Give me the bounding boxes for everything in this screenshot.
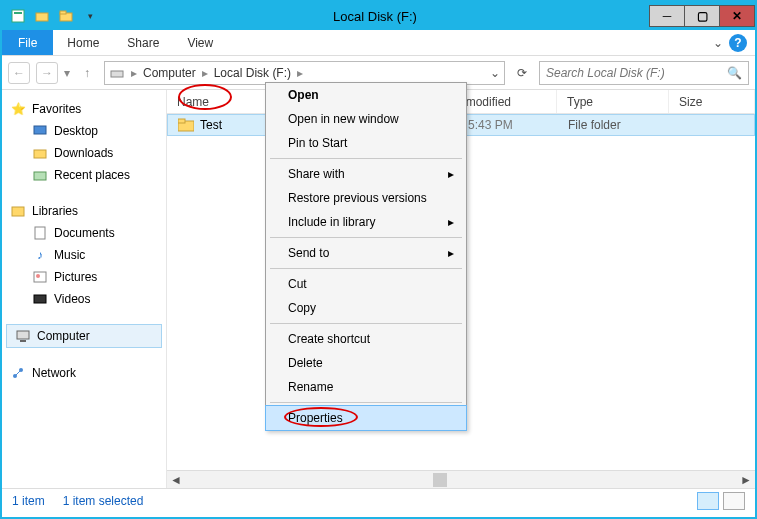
nav-documents[interactable]: Documents — [6, 222, 162, 244]
star-icon: ⭐ — [10, 101, 26, 117]
ribbon-tabs: File Home Share View ⌄ ? — [2, 30, 755, 56]
window-controls: ─ ▢ ✕ — [650, 5, 755, 27]
close-button[interactable]: ✕ — [719, 5, 755, 27]
status-item-count: 1 item — [12, 494, 45, 508]
search-box[interactable]: 🔍 — [539, 61, 749, 85]
svg-point-12 — [36, 274, 40, 278]
horizontal-scrollbar[interactable]: ◄ ► — [167, 470, 755, 488]
submenu-arrow-icon: ▸ — [448, 167, 454, 181]
cm-send-to[interactable]: Send to▸ — [266, 241, 466, 265]
svg-rect-7 — [34, 150, 46, 158]
svg-rect-5 — [111, 71, 123, 77]
scroll-track[interactable] — [185, 473, 737, 487]
cm-create-shortcut[interactable]: Create shortcut — [266, 327, 466, 351]
cm-rename[interactable]: Rename — [266, 375, 466, 399]
svg-rect-20 — [178, 119, 185, 123]
file-menu[interactable]: File — [2, 30, 53, 55]
desktop-icon — [32, 123, 48, 139]
help-icon[interactable]: ? — [729, 34, 747, 52]
nav-pane: ⭐Favorites Desktop Downloads Recent plac… — [2, 90, 167, 488]
back-button[interactable]: ← — [8, 62, 30, 84]
file-type: File folder — [558, 118, 670, 132]
cm-share-with[interactable]: Share with▸ — [266, 162, 466, 186]
submenu-arrow-icon: ▸ — [448, 246, 454, 260]
nav-downloads[interactable]: Downloads — [6, 142, 162, 164]
svg-rect-1 — [14, 12, 22, 14]
cm-cut[interactable]: Cut — [266, 272, 466, 296]
libraries-icon — [10, 203, 26, 219]
qat-dropdown-icon[interactable]: ▾ — [80, 6, 100, 26]
cm-open[interactable]: Open — [266, 83, 466, 107]
cm-separator — [270, 237, 462, 238]
context-menu: Open Open in new window Pin to Start Sha… — [265, 82, 467, 431]
svg-rect-8 — [34, 172, 46, 180]
address-dropdown-icon[interactable]: ⌄ — [490, 66, 500, 80]
svg-rect-11 — [34, 272, 46, 282]
cm-delete[interactable]: Delete — [266, 351, 466, 375]
ribbon-expand-icon[interactable]: ⌄ — [713, 36, 723, 50]
svg-line-18 — [16, 371, 20, 375]
chevron-right-icon[interactable]: ▸ — [131, 66, 137, 80]
breadcrumb-drive[interactable]: Local Disk (F:) — [214, 66, 291, 80]
nav-libraries[interactable]: Libraries — [6, 200, 162, 222]
status-bar: 1 item 1 item selected — [2, 488, 755, 512]
cm-properties[interactable]: Properties — [265, 405, 467, 431]
cm-separator — [270, 268, 462, 269]
status-selected-count: 1 item selected — [63, 494, 144, 508]
maximize-button[interactable]: ▢ — [684, 5, 720, 27]
properties-icon[interactable] — [8, 6, 28, 26]
svg-rect-13 — [34, 295, 46, 303]
search-input[interactable] — [546, 66, 727, 80]
svg-rect-4 — [60, 11, 66, 14]
chevron-right-icon[interactable]: ▸ — [202, 66, 208, 80]
view-icons-button[interactable] — [723, 492, 745, 510]
cm-restore-versions[interactable]: Restore previous versions — [266, 186, 466, 210]
scroll-right-icon[interactable]: ► — [737, 473, 755, 487]
svg-rect-10 — [35, 227, 45, 239]
view-details-button[interactable] — [697, 492, 719, 510]
nav-videos[interactable]: Videos — [6, 288, 162, 310]
forward-button[interactable]: → — [36, 62, 58, 84]
nav-recent[interactable]: Recent places — [6, 164, 162, 186]
recent-icon — [32, 167, 48, 183]
submenu-arrow-icon: ▸ — [448, 215, 454, 229]
scroll-left-icon[interactable]: ◄ — [167, 473, 185, 487]
scroll-thumb[interactable] — [433, 473, 447, 487]
cm-copy[interactable]: Copy — [266, 296, 466, 320]
cm-include-library[interactable]: Include in library▸ — [266, 210, 466, 234]
minimize-button[interactable]: ─ — [649, 5, 685, 27]
tab-view[interactable]: View — [173, 30, 227, 55]
nav-favorites[interactable]: ⭐Favorites — [6, 98, 162, 120]
svg-rect-14 — [17, 331, 29, 339]
svg-rect-15 — [20, 340, 26, 342]
nav-desktop[interactable]: Desktop — [6, 120, 162, 142]
history-dropdown-icon[interactable]: ▾ — [64, 66, 70, 80]
network-icon — [10, 365, 26, 381]
chevron-right-icon[interactable]: ▸ — [297, 66, 303, 80]
nav-network[interactable]: Network — [6, 362, 162, 384]
search-icon[interactable]: 🔍 — [727, 66, 742, 80]
music-icon: ♪ — [32, 247, 48, 263]
refresh-button[interactable]: ⟳ — [511, 62, 533, 84]
drive-icon — [109, 65, 125, 81]
folder-icon — [178, 117, 194, 133]
new-folder-icon[interactable] — [32, 6, 52, 26]
nav-music[interactable]: ♪Music — [6, 244, 162, 266]
nav-pictures[interactable]: Pictures — [6, 266, 162, 288]
cm-separator — [270, 402, 462, 403]
cm-pin-to-start[interactable]: Pin to Start — [266, 131, 466, 155]
open-folder-icon[interactable] — [56, 6, 76, 26]
cm-open-new-window[interactable]: Open in new window — [266, 107, 466, 131]
col-type[interactable]: Type — [557, 90, 669, 113]
breadcrumb-computer[interactable]: Computer — [143, 66, 196, 80]
quick-access-toolbar: ▾ — [2, 6, 100, 26]
nav-computer[interactable]: Computer — [6, 324, 162, 348]
up-button[interactable]: ↑ — [76, 62, 98, 84]
tab-share[interactable]: Share — [113, 30, 173, 55]
col-size[interactable]: Size — [669, 90, 755, 113]
tab-home[interactable]: Home — [53, 30, 113, 55]
titlebar: ▾ Local Disk (F:) ─ ▢ ✕ — [2, 2, 755, 30]
file-name: Test — [200, 118, 222, 132]
address-bar[interactable]: ▸ Computer ▸ Local Disk (F:) ▸ ⌄ — [104, 61, 505, 85]
svg-rect-2 — [36, 13, 48, 21]
